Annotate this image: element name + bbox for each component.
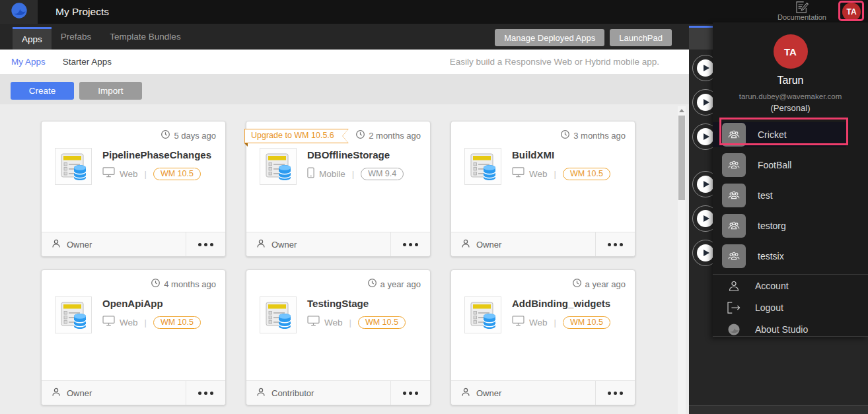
- card-meta: Web|WM 10.5: [307, 316, 406, 329]
- card-info: PipelinePhaseChangesWeb|WM 10.5: [102, 148, 211, 185]
- platform-label: Web: [529, 318, 548, 328]
- web-monitor-icon: [512, 167, 524, 180]
- meta-separator: |: [145, 318, 147, 328]
- wavemaker-logo-tile[interactable]: [0, 0, 38, 24]
- strip-active-tab-block: [689, 26, 713, 50]
- project-role: Contributor: [246, 381, 390, 405]
- subnav-starter-apps[interactable]: Starter Apps: [63, 57, 112, 67]
- launchpad-button[interactable]: LaunchPad: [610, 29, 672, 46]
- age-label: a year ago: [585, 279, 626, 289]
- tab-template-bundles[interactable]: Template Bundles: [100, 24, 190, 50]
- person-icon: [256, 238, 266, 251]
- org-item-test[interactable]: test: [713, 183, 846, 208]
- meta-separator: |: [554, 318, 556, 328]
- project-role: Owner: [451, 232, 595, 256]
- manage-deployed-apps-button[interactable]: Manage Deployed Apps: [495, 29, 604, 46]
- card-options-button[interactable]: [390, 381, 430, 405]
- meta-separator: |: [145, 169, 147, 179]
- scrollbar-up-arrow-icon[interactable]: [679, 109, 684, 112]
- tab-prefabs[interactable]: Prefabs: [52, 24, 101, 50]
- organization-group-icon: [722, 214, 746, 238]
- user-scope: (Personal): [713, 103, 868, 113]
- version-badge: WM 9.4: [361, 168, 404, 180]
- play-icon: [697, 59, 714, 77]
- organization-group-icon: [722, 153, 746, 177]
- clock-icon: [560, 129, 570, 141]
- card-main: TestingStageWeb|WM 10.5: [260, 296, 406, 333]
- menu-action-logout[interactable]: Logout: [713, 296, 868, 318]
- org-list: CricketFootBalltesttestorgtestsix: [713, 122, 868, 269]
- project-age: a year ago: [367, 278, 421, 290]
- age-label: 5 days ago: [174, 131, 216, 141]
- play-icon: [697, 128, 714, 145]
- menu-action-account[interactable]: Account: [713, 275, 868, 296]
- platform-label: Web: [120, 169, 138, 179]
- platform-label: Web: [120, 318, 138, 328]
- person-icon: [460, 387, 471, 399]
- org-item-football[interactable]: FootBall: [713, 153, 846, 178]
- age-label: a year ago: [380, 279, 421, 289]
- project-card[interactable]: Upgrade to WM 10.5.62 months agoDBOfflin…: [246, 121, 431, 257]
- menu-avatar: TA: [774, 34, 808, 69]
- org-item-testorg[interactable]: testorg: [713, 213, 846, 238]
- project-card[interactable]: 5 days agoPipelinePhaseChangesWeb|WM 10.…: [41, 121, 226, 257]
- role-label: Owner: [67, 240, 92, 250]
- card-options-button[interactable]: [186, 381, 225, 405]
- card-info: AddBinding_widgetsWeb|WM 10.5: [512, 296, 610, 333]
- org-item-testsix[interactable]: testsix: [713, 244, 846, 269]
- project-name: TestingStage: [307, 298, 406, 309]
- documentation-link[interactable]: Documentation: [770, 1, 834, 21]
- card-options-button[interactable]: [390, 232, 430, 256]
- role-label: Owner: [271, 240, 297, 250]
- import-button[interactable]: Import: [79, 82, 142, 100]
- role-label: Owner: [476, 388, 501, 398]
- content-scrollbar[interactable]: [678, 106, 686, 414]
- logout-icon: [726, 302, 742, 314]
- project-card[interactable]: 3 months agoBuildXMIWeb|WM 10.5Owner: [451, 121, 635, 257]
- project-age: 5 days ago: [161, 129, 216, 141]
- scrollbar-thumb[interactable]: [678, 116, 685, 200]
- org-item-cricket[interactable]: Cricket: [713, 122, 846, 147]
- create-button[interactable]: Create: [11, 82, 74, 100]
- card-options-button[interactable]: [595, 232, 635, 256]
- main-tabbar: Apps Prefabs Template Bundles Manage Dep…: [0, 24, 689, 50]
- card-meta: Web|WM 10.5: [512, 167, 610, 180]
- project-footer: Owner: [246, 232, 430, 256]
- project-role: Owner: [42, 232, 186, 256]
- app-icon: [260, 296, 297, 333]
- play-icon: [697, 210, 714, 227]
- project-card[interactable]: a year agoAddBinding_widgetsWeb|WM 10.5O…: [451, 269, 635, 405]
- card-main: OpenApiAppWeb|WM 10.5: [55, 296, 201, 333]
- menu-action-about-studio[interactable]: About Studio: [713, 318, 868, 340]
- project-age: a year ago: [572, 278, 626, 290]
- project-card[interactable]: a year agoTestingStageWeb|WM 10.5Contrib…: [246, 269, 431, 405]
- card-main: BuildXMIWeb|WM 10.5: [464, 148, 610, 185]
- project-role: Owner: [42, 381, 186, 405]
- platform-label: Mobile: [319, 169, 345, 179]
- card-info: TestingStageWeb|WM 10.5: [307, 296, 406, 333]
- card-main: DBOfflineStorageMobile|WM 9.4: [260, 148, 404, 185]
- project-age: 3 months ago: [560, 129, 626, 141]
- subnav-my-apps[interactable]: My Apps: [11, 57, 46, 67]
- app-icon: [464, 148, 501, 185]
- version-badge: WM 10.5: [358, 316, 406, 329]
- app-icon: [55, 296, 92, 333]
- project-card[interactable]: 4 months agoOpenApiAppWeb|WM 10.5Owner: [41, 269, 226, 405]
- card-options-button[interactable]: [186, 232, 225, 256]
- project-footer: Owner: [451, 380, 635, 405]
- person-icon: [460, 238, 471, 251]
- card-options-button[interactable]: [595, 381, 635, 405]
- card-info: BuildXMIWeb|WM 10.5: [512, 148, 610, 185]
- tab-apps[interactable]: Apps: [13, 27, 52, 50]
- version-badge: WM 10.5: [153, 168, 201, 180]
- clock-icon: [367, 278, 377, 290]
- mobile-phone-icon: [307, 167, 314, 181]
- platform-label: Web: [324, 318, 343, 328]
- user-avatar-button[interactable]: TA: [842, 3, 861, 21]
- web-monitor-icon: [102, 167, 115, 180]
- clock-icon: [355, 129, 365, 141]
- meta-separator: |: [349, 318, 351, 328]
- project-role: Owner: [246, 232, 390, 256]
- upgrade-banner[interactable]: Upgrade to WM 10.5.6: [244, 129, 349, 143]
- age-label: 4 months ago: [164, 279, 216, 289]
